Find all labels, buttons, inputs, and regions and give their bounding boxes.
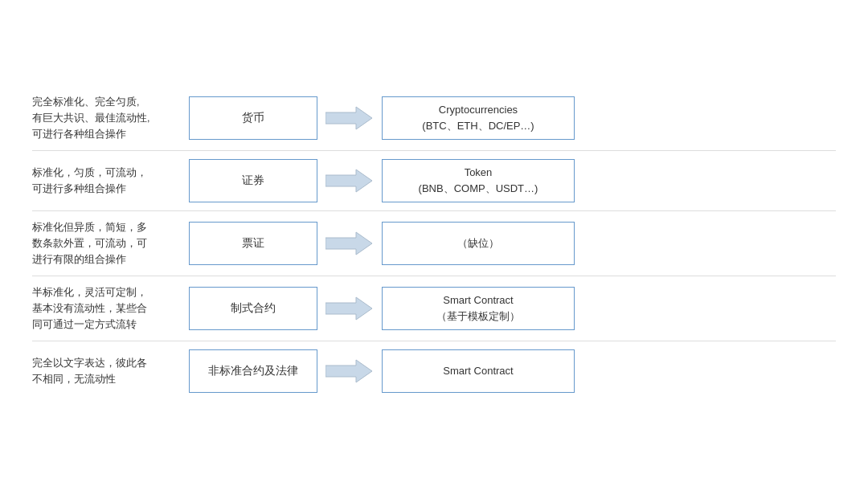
arrow-4 <box>317 296 382 321</box>
diagram-row-2: 标准化，匀质，可流动， 可进行多种组合操作证券 Token(BNB、COMP、U… <box>32 151 836 210</box>
center-box-1: 货币 <box>189 96 317 140</box>
right-text-5: Smart Contract <box>443 363 513 379</box>
desc-1: 完全标准化、完全匀质, 有巨大共识、最佳流动性, 可进行各种组合操作 <box>32 94 189 142</box>
diagram-row-5: 完全以文字表达，彼此各 不相同，无流动性非标准合约及法律 Smart Contr… <box>32 341 836 401</box>
right-text-1: Cryptocurrencies(BTC、ETH、DC/EP…) <box>422 102 534 133</box>
center-box-5: 非标准合约及法律 <box>189 349 317 393</box>
right-text-4: Smart Contract（基于模板定制） <box>436 292 520 324</box>
diagram-row-4: 半标准化，灵活可定制， 基本没有流动性，某些合 同可通过一定方式流转制式合约 S… <box>32 276 836 341</box>
arrow-5 <box>317 358 382 384</box>
right-text-2: Token(BNB、COMP、USDT…) <box>419 165 538 196</box>
right-text-3: （缺位） <box>457 235 499 251</box>
right-box-4: Smart Contract（基于模板定制） <box>382 287 575 330</box>
center-box-2: 证券 <box>189 159 317 202</box>
svg-marker-1 <box>326 169 372 192</box>
right-box-3: （缺位） <box>382 222 575 265</box>
arrow-3 <box>317 231 382 256</box>
diagram-row-1: 完全标准化、完全匀质, 有巨大共识、最佳流动性, 可进行各种组合操作货币 Cry… <box>32 86 836 150</box>
diagram-row-3: 标准化但异质，简短，多 数条款外置，可流动，可 进行有限的组合操作票证 （缺位） <box>32 211 836 276</box>
svg-marker-3 <box>326 297 372 320</box>
desc-5: 完全以文字表达，彼此各 不相同，无流动性 <box>32 355 189 387</box>
right-box-2: Token(BNB、COMP、USDT…) <box>382 159 575 202</box>
svg-marker-0 <box>326 107 372 129</box>
desc-2: 标准化，匀质，可流动， 可进行多种组合操作 <box>32 165 189 197</box>
right-box-1: Cryptocurrencies(BTC、ETH、DC/EP…) <box>382 96 575 140</box>
svg-marker-4 <box>326 360 372 382</box>
right-box-5: Smart Contract <box>382 349 575 393</box>
arrow-2 <box>317 168 382 194</box>
desc-4: 半标准化，灵活可定制， 基本没有流动性，某些合 同可通过一定方式流转 <box>32 284 189 333</box>
center-box-4: 制式合约 <box>189 287 317 330</box>
svg-marker-2 <box>326 232 372 255</box>
arrow-1 <box>317 105 382 131</box>
desc-3: 标准化但异质，简短，多 数条款外置，可流动，可 进行有限的组合操作 <box>32 219 189 268</box>
main-diagram: 完全标准化、完全匀质, 有巨大共识、最佳流动性, 可进行各种组合操作货币 Cry… <box>32 86 836 401</box>
center-box-3: 票证 <box>189 222 317 265</box>
